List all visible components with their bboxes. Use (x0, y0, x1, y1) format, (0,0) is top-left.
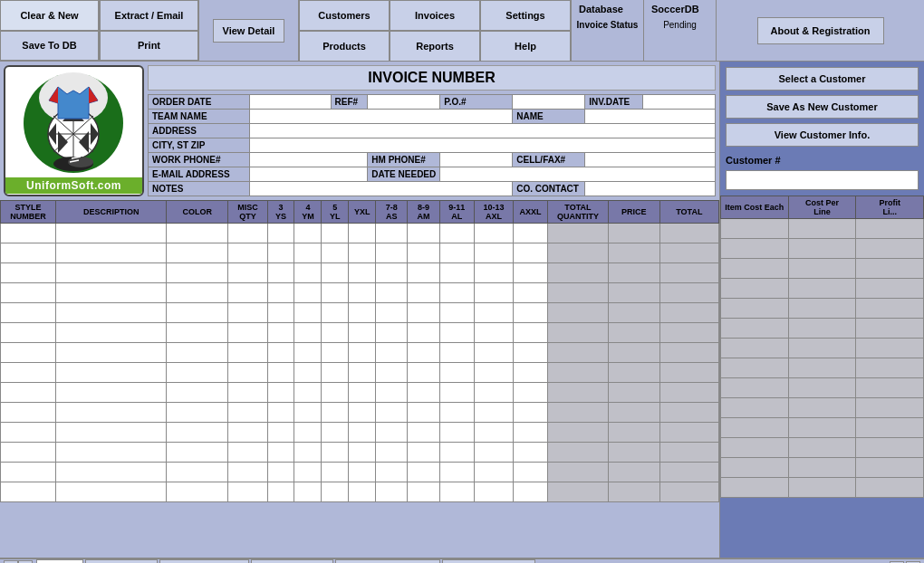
about-registration-button[interactable]: About & Registration (757, 17, 884, 44)
grid-cell[interactable] (1, 403, 56, 423)
grid-cell[interactable] (376, 323, 408, 343)
view-customer-button[interactable]: View Customer Info. (726, 123, 919, 147)
team-name-input[interactable] (249, 110, 513, 124)
grid-cell[interactable] (376, 383, 408, 403)
grid-cell[interactable] (349, 224, 376, 243)
cost-cell[interactable] (788, 358, 856, 378)
cost-cell[interactable] (788, 418, 856, 438)
grid-cell[interactable] (322, 303, 349, 323)
help-nav-button[interactable]: Help (480, 31, 571, 62)
grid-cell[interactable] (267, 224, 294, 243)
grid-cell[interactable] (1, 323, 56, 343)
grid-cell[interactable] (267, 363, 294, 383)
grid-cell[interactable] (1, 482, 56, 502)
cost-cell[interactable] (721, 418, 789, 438)
grid-cell[interactable] (294, 283, 322, 303)
cost-cell[interactable] (788, 219, 856, 239)
cost-cell[interactable] (721, 378, 789, 398)
cost-cell[interactable] (856, 478, 924, 498)
grid-cell[interactable] (608, 303, 659, 323)
grid-cell[interactable] (376, 263, 408, 283)
grid-cell[interactable] (376, 463, 408, 482)
grid-cell[interactable] (1, 224, 56, 243)
cost-cell[interactable] (788, 279, 856, 299)
grid-cell[interactable] (1, 243, 56, 263)
name-input[interactable] (585, 110, 716, 124)
grid-cell[interactable] (1, 443, 56, 463)
grid-cell[interactable] (228, 323, 267, 343)
grid-cell[interactable] (294, 482, 322, 502)
grid-cell[interactable] (349, 482, 376, 502)
grid-cell[interactable] (267, 343, 294, 363)
grid-cell[interactable] (548, 303, 609, 323)
grid-cell[interactable] (322, 263, 349, 283)
date-needed-input[interactable] (440, 167, 716, 182)
grid-cell[interactable] (439, 303, 474, 323)
grid-cell[interactable] (548, 482, 609, 502)
grid-cell[interactable] (659, 363, 718, 383)
grid-cell[interactable] (56, 363, 167, 383)
grid-cell[interactable] (659, 403, 718, 423)
grid-cell[interactable] (608, 463, 659, 482)
cost-cell[interactable] (788, 398, 856, 418)
cost-cell[interactable] (721, 219, 789, 239)
grid-cell[interactable] (408, 343, 439, 363)
grid-cell[interactable] (167, 383, 228, 403)
grid-cell[interactable] (228, 383, 267, 403)
grid-cell[interactable] (56, 463, 167, 482)
grid-cell[interactable] (228, 363, 267, 383)
cost-cell[interactable] (856, 378, 924, 398)
grid-cell[interactable] (659, 303, 718, 323)
grid-cell[interactable] (376, 343, 408, 363)
grid-cell[interactable] (439, 224, 474, 243)
grid-cell[interactable] (608, 363, 659, 383)
grid-cell[interactable] (349, 283, 376, 303)
grid-cell[interactable] (548, 363, 609, 383)
cost-cell[interactable] (788, 339, 856, 358)
grid-cell[interactable] (474, 323, 513, 343)
city-input[interactable] (249, 138, 715, 153)
order-date-input[interactable] (249, 95, 331, 110)
view-detail-button[interactable]: View Detail (213, 19, 285, 43)
grid-cell[interactable] (228, 343, 267, 363)
cost-cell[interactable] (856, 279, 924, 299)
grid-cell[interactable] (474, 343, 513, 363)
grid-cell[interactable] (408, 463, 439, 482)
save-new-customer-button[interactable]: Save As New Customer (726, 95, 919, 119)
tab-customer-statement[interactable]: Customer Statement (335, 559, 440, 563)
grid-cell[interactable] (608, 383, 659, 403)
grid-cell[interactable] (514, 243, 548, 263)
grid-cell[interactable] (56, 263, 167, 283)
address-input[interactable] (249, 124, 715, 138)
grid-cell[interactable] (474, 443, 513, 463)
grid-cell[interactable] (439, 243, 474, 263)
grid-cell[interactable] (1, 383, 56, 403)
grid-cell[interactable] (474, 363, 513, 383)
grid-cell[interactable] (267, 423, 294, 443)
grid-cell[interactable] (228, 423, 267, 443)
grid-cell[interactable] (514, 303, 548, 323)
grid-cell[interactable] (376, 443, 408, 463)
grid-cell[interactable] (376, 363, 408, 383)
cost-cell[interactable] (788, 299, 856, 319)
grid-cell[interactable] (514, 363, 548, 383)
grid-cell[interactable] (514, 443, 548, 463)
grid-cell[interactable] (267, 443, 294, 463)
grid-cell[interactable] (659, 224, 718, 243)
cost-cell[interactable] (721, 299, 789, 319)
grid-cell[interactable] (322, 283, 349, 303)
grid-cell[interactable] (548, 263, 609, 283)
grid-cell[interactable] (167, 443, 228, 463)
grid-cell[interactable] (474, 463, 513, 482)
grid-cell[interactable] (608, 443, 659, 463)
database-label[interactable]: Database (572, 0, 630, 18)
grid-cell[interactable] (408, 383, 439, 403)
grid-cell[interactable] (1, 283, 56, 303)
grid-cell[interactable] (376, 224, 408, 243)
cost-cell[interactable] (856, 418, 924, 438)
grid-cell[interactable] (474, 482, 513, 502)
grid-cell[interactable] (56, 482, 167, 502)
grid-cell[interactable] (659, 423, 718, 443)
tab-invoice[interactable]: Invoice (36, 559, 83, 563)
grid-cell[interactable] (294, 323, 322, 343)
